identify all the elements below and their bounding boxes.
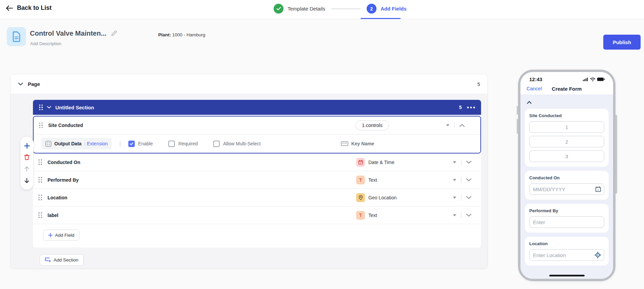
- phone-cancel-button[interactable]: Cancel: [527, 86, 542, 91]
- divider: [454, 122, 455, 128]
- target-icon[interactable]: [594, 252, 601, 258]
- field-type-label: Geo Location: [368, 195, 397, 200]
- plant-value: 1000 - Hamburg: [172, 32, 205, 37]
- performed-by-input[interactable]: [529, 216, 604, 228]
- drag-handle-icon[interactable]: [38, 177, 42, 183]
- expand-field-chevron-icon[interactable]: [466, 178, 472, 181]
- location-input[interactable]: [529, 249, 604, 261]
- field-row-performed-by[interactable]: Performed By T Text: [33, 171, 481, 189]
- checkbox-checked-icon[interactable]: [128, 141, 135, 147]
- add-field-row: Add Field: [33, 224, 481, 248]
- field-row-conducted-on[interactable]: Conducted On Date & Time: [33, 153, 481, 171]
- field-row-label[interactable]: label T Text: [33, 206, 481, 224]
- field-type-label: Text: [368, 177, 377, 183]
- date-time-icon: [356, 158, 365, 167]
- conducted-on-date-input[interactable]: [529, 183, 604, 195]
- collapse-field-chevron-icon[interactable]: [459, 124, 465, 127]
- drag-handle-icon[interactable]: [38, 212, 42, 218]
- plus-icon: [48, 233, 53, 237]
- expand-field-chevron-icon[interactable]: [466, 196, 472, 199]
- key-name-button[interactable]: Key Name: [341, 141, 374, 146]
- section-collapse-chevron-icon[interactable]: [47, 106, 51, 109]
- field-name: Location: [48, 195, 67, 200]
- section-drag-handle-icon[interactable]: [39, 105, 43, 110]
- step-template-details[interactable]: Template Details: [288, 6, 325, 12]
- phone-nav-bar: Create Form Cancel: [520, 83, 613, 94]
- field-type-label: Date & Time: [368, 160, 394, 165]
- edit-title-icon[interactable]: [111, 30, 117, 37]
- template-title: Control Valve Mainten...: [30, 30, 107, 37]
- stepper: Template Details 2 Add Fields: [274, 4, 407, 14]
- phone-card-location: Location: [525, 237, 609, 266]
- section-header[interactable]: Untitled Section 5: [33, 100, 481, 115]
- enable-checkbox[interactable]: Enable: [128, 141, 153, 147]
- publish-button[interactable]: Publish: [603, 35, 641, 50]
- checkbox-unchecked-icon[interactable]: [213, 141, 220, 147]
- key-name-label: Key Name: [351, 141, 374, 146]
- app-root: Back to List Template Details 2 Add Fiel…: [0, 0, 644, 289]
- output-data-setting[interactable]: Output Data : Extension: [41, 138, 112, 149]
- field-options-row: Output Data : Extension | Enable Require…: [34, 134, 480, 153]
- drag-handle-icon[interactable]: [38, 159, 42, 165]
- add-item-button[interactable]: [23, 142, 31, 149]
- add-field-button[interactable]: Add Field: [43, 230, 79, 241]
- checkbox-unchecked-icon[interactable]: [168, 141, 175, 147]
- add-section-icon: [45, 257, 51, 263]
- section-menu-icon[interactable]: [467, 107, 475, 108]
- site-conducted-input-2[interactable]: [529, 136, 604, 147]
- phone-time: 12:43: [529, 76, 542, 82]
- site-conducted-input-1[interactable]: [529, 121, 604, 133]
- output-data-value-link[interactable]: : Extension: [84, 141, 108, 146]
- expand-field-chevron-icon[interactable]: [466, 214, 472, 217]
- active-step-underline: [361, 18, 401, 19]
- field-name: Performed By: [48, 177, 79, 183]
- field-row-site-conducted[interactable]: Site Conducted 1.controls: [34, 116, 480, 134]
- text-icon: T: [356, 211, 365, 220]
- section-untitled: Untitled Section 5 Site Conducted 1.co: [33, 100, 481, 248]
- field-toolbar: [20, 136, 34, 190]
- add-description-link[interactable]: Add Description: [30, 41, 61, 46]
- drag-handle-icon[interactable]: [38, 195, 42, 200]
- phone-scrollbar: [615, 115, 617, 194]
- phone-home-indicator: [549, 275, 585, 276]
- calendar-icon[interactable]: [595, 186, 601, 192]
- page-collapse-chevron-icon[interactable]: [18, 83, 23, 86]
- phone-card-site-conducted: Site Conducted: [525, 109, 609, 167]
- document-icon: [12, 31, 21, 42]
- move-up-button[interactable]: [23, 165, 31, 173]
- phone-card-conducted-on: Conducted On: [525, 171, 609, 200]
- template-doc-tile: [7, 27, 26, 46]
- move-down-button[interactable]: [23, 177, 31, 184]
- phone-card-performed-by: Performed By: [525, 204, 609, 233]
- delete-field-button[interactable]: [23, 153, 31, 161]
- step-add-fields[interactable]: Add Fields: [381, 6, 407, 12]
- step-done-check-icon: [274, 4, 283, 14]
- phone-status-bar: 12:43: [520, 72, 613, 83]
- field-type-dropdown-icon[interactable]: [453, 214, 456, 216]
- phone-collapse-chevron-icon[interactable]: [527, 101, 532, 104]
- site-conducted-input-3[interactable]: [529, 150, 604, 162]
- add-section-button[interactable]: Add Section: [40, 254, 84, 266]
- phone-side-button: [517, 106, 518, 115]
- allow-multi-select-checkbox[interactable]: Allow Multi-Select: [213, 141, 260, 147]
- drag-handle-icon[interactable]: [39, 123, 43, 128]
- phone-side-button: [517, 119, 518, 134]
- controls-pill[interactable]: 1.controls: [355, 120, 389, 130]
- field-type-dropdown-icon[interactable]: [453, 161, 456, 163]
- back-arrow-icon: [5, 5, 13, 11]
- add-section-label: Add Section: [54, 257, 78, 263]
- phone-screen: 12:43 Create Form Cancel Site Conducted: [520, 72, 613, 279]
- field-type-dropdown-icon[interactable]: [446, 124, 449, 126]
- output-data-label: Output Data: [54, 141, 81, 146]
- required-checkbox[interactable]: Required: [168, 141, 198, 147]
- field-type-dropdown-icon[interactable]: [453, 179, 456, 181]
- arrow-up-icon: [24, 166, 30, 172]
- plant-info: Plant: 1000 - Hamburg: [158, 32, 205, 37]
- field-type-dropdown-icon[interactable]: [453, 197, 456, 199]
- required-label: Required: [178, 141, 198, 146]
- page-header[interactable]: Page 5: [11, 74, 487, 94]
- expand-field-chevron-icon[interactable]: [466, 161, 472, 164]
- back-to-list-button[interactable]: Back to List: [5, 4, 52, 12]
- phone-form-body: Site Conducted Conducted On: [520, 94, 613, 279]
- field-row-location[interactable]: Location Geo Location: [33, 189, 481, 206]
